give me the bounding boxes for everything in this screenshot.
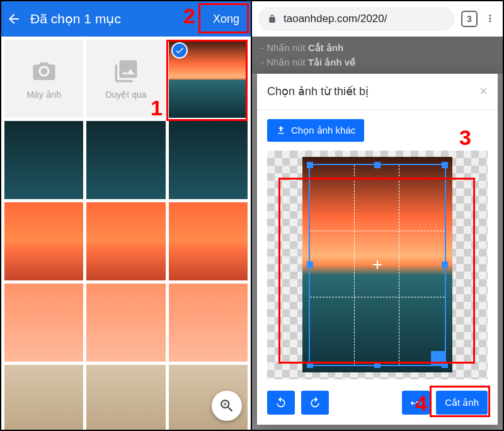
url-text: taoanhdep.com/2020/ — [284, 13, 387, 25]
swap-horizontal-icon — [410, 396, 422, 409]
crop-center-icon — [373, 260, 382, 269]
redo-button[interactable] — [301, 391, 329, 415]
browse-label: Duyệt qua — [105, 89, 146, 100]
crop-resize-handle[interactable] — [431, 351, 446, 366]
photo-tile[interactable] — [4, 202, 83, 280]
close-icon[interactable]: × — [479, 83, 488, 100]
bg-line2-pre: - Nhấn nút — [261, 57, 308, 67]
choose-other-image-button[interactable]: Chọn ảnh khác — [267, 119, 364, 142]
modal-title: Chọn ảnh từ thiết bị — [267, 84, 369, 98]
crop-canvas[interactable] — [267, 151, 488, 380]
crop-handle[interactable] — [374, 362, 381, 368]
camera-source-tile[interactable]: Máy ảnh — [4, 40, 83, 118]
crop-modal: Chọn ảnh từ thiết bị × Chọn ảnh khác — [257, 74, 498, 425]
tab-count[interactable]: 3 — [461, 11, 478, 27]
crop-handle[interactable] — [307, 261, 313, 268]
background-page-text: - Nhấn nút Cắt ảnh - Nhấn nút Tải ảnh về — [252, 37, 503, 74]
tab-count-number: 3 — [467, 14, 472, 24]
zoom-fab[interactable] — [212, 391, 242, 421]
photo-tile[interactable] — [86, 121, 165, 199]
crop-toolbar: Cắt ảnh — [267, 388, 488, 416]
undo-icon — [275, 396, 287, 409]
crop-handle[interactable] — [374, 162, 381, 168]
camera-label: Máy ảnh — [26, 89, 61, 100]
photo-tile[interactable] — [169, 202, 248, 280]
undo-button[interactable] — [267, 391, 295, 415]
photo-tile[interactable] — [86, 284, 165, 362]
done-button[interactable]: Xong — [207, 9, 246, 30]
crop-frame[interactable] — [309, 164, 447, 366]
photo-tile[interactable] — [4, 284, 83, 362]
omnibox[interactable]: taoanhdep.com/2020/ — [258, 7, 455, 31]
image-grid: Máy ảnh Duyệt qua — [1, 37, 251, 430]
modal-header: Chọn ảnh từ thiết bị × — [257, 74, 498, 110]
choose-other-label: Chọn ảnh khác — [291, 125, 355, 136]
photo-tile[interactable] — [4, 365, 83, 430]
redo-icon — [309, 396, 321, 409]
photo-tile[interactable] — [86, 202, 165, 280]
crop-image — [302, 157, 452, 372]
crop-handle[interactable] — [442, 261, 448, 268]
browser-menu-icon[interactable] — [484, 13, 496, 25]
back-icon[interactable] — [6, 11, 21, 26]
bg-line1-pre: - Nhấn nút — [261, 42, 308, 53]
photo-tile[interactable] — [4, 121, 83, 199]
browse-source-tile[interactable]: Duyệt qua — [86, 40, 165, 118]
photo-tile[interactable] — [86, 365, 165, 430]
flip-button[interactable] — [402, 391, 430, 415]
upload-icon — [276, 125, 286, 135]
browser-toolbar: taoanhdep.com/2020/ 3 — [252, 1, 503, 37]
selected-check-icon — [171, 42, 188, 59]
photo-tile[interactable] — [169, 121, 248, 199]
crop-handle[interactable] — [442, 162, 448, 168]
crop-button[interactable]: Cắt ảnh — [436, 391, 488, 415]
photo-tile[interactable] — [169, 284, 248, 362]
picker-appbar: Đã chọn 1 mục Xong 2 — [1, 1, 251, 37]
crop-button-label: Cắt ảnh — [445, 397, 479, 408]
crop-handle[interactable] — [307, 362, 313, 368]
bg-line1-bold: Cắt ảnh — [308, 42, 343, 53]
crop-handle[interactable] — [307, 162, 313, 168]
photo-tile-selected[interactable] — [169, 40, 248, 118]
magnify-plus-icon — [219, 398, 235, 414]
appbar-title: Đã chọn 1 mục — [30, 11, 198, 26]
lock-icon — [267, 14, 277, 24]
bg-line2-bold: Tải ảnh về — [308, 57, 355, 67]
